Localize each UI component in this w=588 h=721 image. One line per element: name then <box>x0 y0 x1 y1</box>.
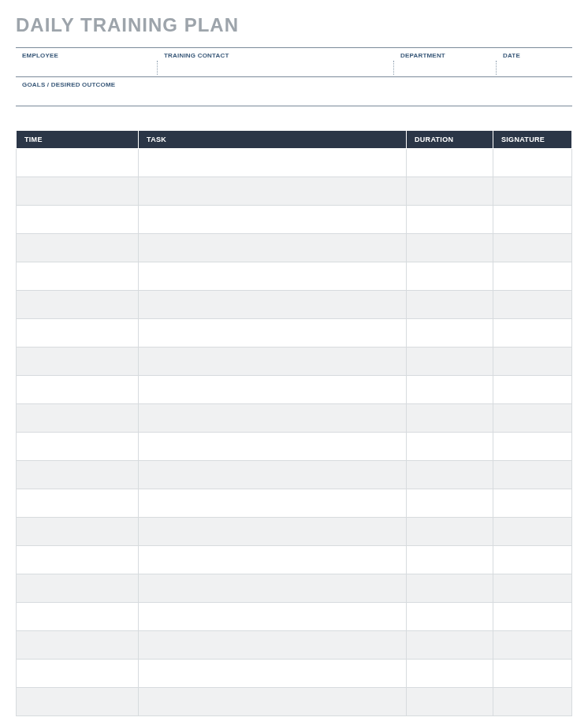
department-field[interactable]: DEPARTMENT <box>394 48 497 76</box>
cell-task[interactable] <box>139 206 407 234</box>
header-time: TIME <box>17 131 139 149</box>
cell-signature[interactable] <box>493 688 572 716</box>
cell-duration[interactable] <box>407 603 493 631</box>
cell-duration[interactable] <box>407 206 493 234</box>
table-row <box>17 177 572 206</box>
cell-duration[interactable] <box>407 461 493 489</box>
cell-task[interactable] <box>139 262 407 291</box>
cell-duration[interactable] <box>407 433 493 461</box>
training-contact-label: TRAINING CONTACT <box>164 52 388 59</box>
cell-task[interactable] <box>139 347 407 376</box>
table-row <box>17 631 572 660</box>
table-row <box>17 206 572 234</box>
department-value <box>400 61 490 74</box>
cell-task[interactable] <box>139 574 407 603</box>
cell-duration[interactable] <box>407 291 493 319</box>
cell-signature[interactable] <box>493 319 572 347</box>
cell-signature[interactable] <box>493 433 572 461</box>
cell-task[interactable] <box>139 461 407 489</box>
cell-duration[interactable] <box>407 376 493 404</box>
table-row <box>17 319 572 347</box>
goals-field[interactable]: GOALS / DESIRED OUTCOME <box>16 77 572 106</box>
table-row <box>17 461 572 489</box>
date-field[interactable]: DATE <box>497 48 572 76</box>
info-section: EMPLOYEE TRAINING CONTACT DEPARTMENT DAT… <box>16 47 572 106</box>
cell-task[interactable] <box>139 489 407 518</box>
cell-task[interactable] <box>139 404 407 433</box>
cell-signature[interactable] <box>493 489 572 518</box>
table-row <box>17 603 572 631</box>
cell-signature[interactable] <box>493 461 572 489</box>
cell-signature[interactable] <box>493 376 572 404</box>
cell-time[interactable] <box>17 234 139 262</box>
cell-signature[interactable] <box>493 546 572 574</box>
cell-signature[interactable] <box>493 574 572 603</box>
employee-field[interactable]: EMPLOYEE <box>16 48 158 76</box>
cell-task[interactable] <box>139 291 407 319</box>
cell-duration[interactable] <box>407 574 493 603</box>
cell-signature[interactable] <box>493 262 572 291</box>
cell-task[interactable] <box>139 546 407 574</box>
cell-duration[interactable] <box>407 546 493 574</box>
cell-time[interactable] <box>17 546 139 574</box>
cell-time[interactable] <box>17 404 139 433</box>
table-row <box>17 404 572 433</box>
cell-signature[interactable] <box>493 291 572 319</box>
cell-time[interactable] <box>17 688 139 716</box>
cell-task[interactable] <box>139 688 407 716</box>
cell-signature[interactable] <box>493 603 572 631</box>
cell-time[interactable] <box>17 433 139 461</box>
cell-duration[interactable] <box>407 404 493 433</box>
table-row <box>17 574 572 603</box>
cell-signature[interactable] <box>493 347 572 376</box>
cell-duration[interactable] <box>407 149 493 177</box>
cell-task[interactable] <box>139 603 407 631</box>
cell-time[interactable] <box>17 319 139 347</box>
cell-time[interactable] <box>17 574 139 603</box>
cell-duration[interactable] <box>407 660 493 688</box>
cell-time[interactable] <box>17 206 139 234</box>
cell-task[interactable] <box>139 234 407 262</box>
cell-time[interactable] <box>17 489 139 518</box>
cell-duration[interactable] <box>407 234 493 262</box>
cell-signature[interactable] <box>493 177 572 206</box>
cell-task[interactable] <box>139 376 407 404</box>
cell-task[interactable] <box>139 660 407 688</box>
cell-signature[interactable] <box>493 206 572 234</box>
cell-duration[interactable] <box>407 177 493 206</box>
cell-task[interactable] <box>139 518 407 546</box>
cell-time[interactable] <box>17 518 139 546</box>
cell-duration[interactable] <box>407 347 493 376</box>
training-contact-field[interactable]: TRAINING CONTACT <box>158 48 394 76</box>
cell-duration[interactable] <box>407 319 493 347</box>
cell-time[interactable] <box>17 376 139 404</box>
cell-duration[interactable] <box>407 262 493 291</box>
cell-signature[interactable] <box>493 149 572 177</box>
cell-time[interactable] <box>17 262 139 291</box>
cell-time[interactable] <box>17 603 139 631</box>
cell-duration[interactable] <box>407 631 493 660</box>
date-value <box>503 61 566 74</box>
cell-task[interactable] <box>139 177 407 206</box>
cell-task[interactable] <box>139 149 407 177</box>
cell-time[interactable] <box>17 149 139 177</box>
cell-task[interactable] <box>139 631 407 660</box>
table-row <box>17 433 572 461</box>
cell-signature[interactable] <box>493 631 572 660</box>
cell-duration[interactable] <box>407 518 493 546</box>
cell-time[interactable] <box>17 631 139 660</box>
cell-time[interactable] <box>17 347 139 376</box>
cell-signature[interactable] <box>493 234 572 262</box>
cell-task[interactable] <box>139 319 407 347</box>
cell-time[interactable] <box>17 461 139 489</box>
cell-signature[interactable] <box>493 660 572 688</box>
table-row <box>17 234 572 262</box>
cell-duration[interactable] <box>407 489 493 518</box>
cell-time[interactable] <box>17 291 139 319</box>
cell-signature[interactable] <box>493 518 572 546</box>
cell-task[interactable] <box>139 433 407 461</box>
cell-time[interactable] <box>17 660 139 688</box>
cell-signature[interactable] <box>493 404 572 433</box>
cell-duration[interactable] <box>407 688 493 716</box>
cell-time[interactable] <box>17 177 139 206</box>
